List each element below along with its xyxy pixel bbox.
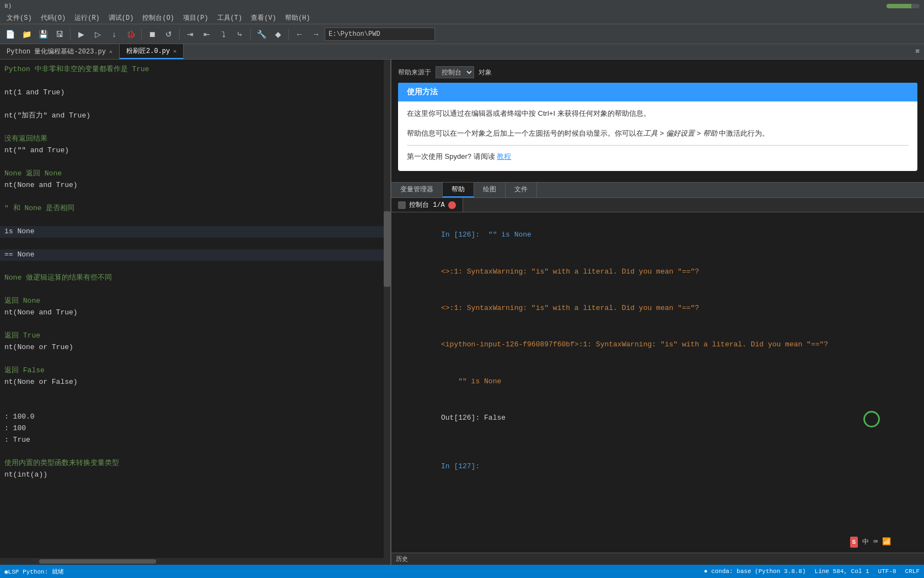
editor-hscrollbar[interactable]: › (0, 558, 390, 565)
console-icon (398, 201, 406, 209)
console-content[interactable]: In [126]: "" is None <>:1: SyntaxWarning… (391, 212, 924, 553)
toolbar-step-over[interactable]: ⤵ (216, 26, 231, 42)
title-bar: 8) (0, 0, 924, 12)
toolbar-run[interactable]: ▶ (73, 26, 89, 42)
editor-line-blank-1 (0, 76, 390, 87)
toolbar-forward[interactable]: → (308, 26, 324, 42)
menu-console[interactable]: 控制台(O) (138, 12, 179, 24)
console-line-blank (398, 436, 917, 448)
editor-line-4: 没有返回结果 (0, 133, 390, 145)
help-source-bar: 帮助来源于 控制台 对象 (398, 66, 917, 78)
editor-line-21: 使用内置的类型函数来转换变量类型 (0, 458, 390, 469)
console-history-label[interactable]: 历史 (396, 555, 408, 563)
menu-view[interactable]: 查看(V) (246, 12, 281, 24)
editor-line-15: nt(None or True) (0, 342, 390, 354)
toolbar-indent[interactable]: ⇥ (182, 26, 198, 42)
menu-help[interactable]: 帮助(H) (281, 12, 315, 24)
editor-vscrollbar[interactable] (384, 60, 390, 565)
keyboard-icon: ⌨ (873, 536, 878, 548)
bottom-right-icons: S 中 ⌨ 📶 (850, 536, 891, 548)
editor-line-blank-12 (0, 388, 390, 400)
toolbar-run-cell[interactable]: ▷ (90, 26, 105, 42)
editor-line-5: nt("" and True) (0, 145, 390, 157)
help-box-divider (407, 145, 909, 146)
toolbar-sep-1 (70, 29, 71, 40)
menu-tools[interactable]: 工具(T) (213, 12, 247, 24)
editor-line-blank-4 (0, 157, 390, 168)
console-tab-bar: 控制台 1/A (391, 198, 924, 212)
toolbar-debug[interactable]: 🐞 (123, 26, 138, 42)
toolbar-new-file[interactable]: 📄 (2, 26, 18, 42)
editor-line-blank-8 (0, 261, 390, 272)
editor-vscrollbar-thumb (384, 211, 390, 287)
lsp-status: ◉LSP Python: 就绪 (4, 568, 64, 576)
help-box-tutorial-link[interactable]: 教程 (497, 152, 511, 160)
tab-plots[interactable]: 绘图 (474, 183, 506, 197)
help-box: 使用方法 在这里你可以通过在编辑器或者终端中按 Ctrl+I 来获得任何对象的帮… (398, 83, 917, 171)
wifi-icon: 📶 (882, 536, 891, 548)
editor-hscrollbar-thumb (39, 559, 156, 564)
toolbar-open[interactable]: 📁 (19, 26, 34, 42)
console-line-5: "" is None (398, 363, 917, 400)
editor-line-14: 返回 True (0, 330, 390, 342)
menu-file[interactable]: 文件(S) (2, 12, 36, 24)
help-source-select[interactable]: 控制台 (436, 66, 474, 78)
toolbar-save-all[interactable]: 🖫 (52, 26, 67, 42)
toolbar-sep-4 (250, 29, 251, 40)
encoding: UTF-8 (878, 568, 896, 575)
tab-var-manager[interactable]: 变量管理器 (391, 183, 443, 197)
menu-project[interactable]: 项目(P) (179, 12, 213, 24)
editor-line-blank-3 (0, 122, 390, 133)
console-tab-close[interactable] (448, 201, 456, 209)
tab-files[interactable]: 文件 (506, 183, 537, 197)
toolbar-save[interactable]: 💾 (35, 26, 51, 42)
editor-line-9-hl: is None (0, 226, 390, 238)
toolbar-sep-5 (288, 29, 289, 40)
menu-code[interactable]: 代码(O) (36, 12, 71, 24)
toolbar-restart[interactable]: ↺ (161, 26, 176, 42)
toolbar-path: E:\Python\PWD (325, 28, 435, 41)
help-box-footer: 第一次使用 Spyder? 请阅读 教程 (407, 151, 909, 163)
right-panel: 帮助来源于 控制台 对象 使用方法 在这里你可以通过在编辑器或者终端中按 Ctr… (391, 60, 924, 565)
tab-close-main[interactable]: ✕ (109, 49, 112, 55)
right-bottom-tabs: 变量管理器 帮助 绘图 文件 (391, 183, 924, 198)
toolbar-diamond[interactable]: ◆ (270, 26, 286, 42)
progress-bar-inner (887, 4, 911, 8)
ime-indicator: 中 (862, 537, 869, 548)
console-tab-label: 控制台 1/A (409, 200, 445, 210)
help-panel: 帮助来源于 控制台 对象 使用方法 在这里你可以通过在编辑器或者终端中按 Ctr… (391, 60, 924, 183)
editor-line-19: : 100 (0, 423, 390, 435)
console-tab-1[interactable]: 控制台 1/A (391, 198, 463, 212)
menu-bar: 文件(S) 代码(O) 运行(R) 调试(D) 控制台(O) 项目(P) 工具(… (0, 12, 924, 24)
tab-main-py[interactable]: Python 量化编程基础-2023.py ✕ (0, 44, 120, 59)
editor-line-6: None 返回 None (0, 168, 390, 180)
editor-content[interactable]: Python 中非零和非空的变量都看作是 True nt(1 and True)… (0, 60, 390, 558)
editor-line-7: nt(None and True) (0, 180, 390, 191)
cursor-position: Line 584, Col 1 (815, 568, 869, 575)
toolbar-stop[interactable]: ⏹ (144, 26, 160, 42)
menu-run[interactable]: 运行(R) (70, 12, 104, 24)
editor-line-blank-7 (0, 238, 390, 249)
console-history-bar: 历史 (391, 553, 924, 565)
conda-status: ● conda: base (Python 3.8.8) (704, 568, 806, 575)
tab-menu-button[interactable]: ≡ (911, 44, 924, 59)
toolbar-sep-3 (179, 29, 180, 40)
toolbar-run-line[interactable]: ↓ (106, 26, 122, 42)
toolbar-outdent[interactable]: ⇤ (199, 26, 214, 42)
menu-debug[interactable]: 调试(D) (104, 12, 138, 24)
console-line-6: Out[126]: False (398, 400, 917, 436)
help-source-label: 帮助来源于 (398, 68, 431, 77)
toolbar-wrench[interactable]: 🔧 (254, 26, 269, 42)
tab-close-brush[interactable]: ✕ (173, 48, 176, 55)
toolbar-sep-2 (141, 29, 142, 40)
toolbar-step-into[interactable]: ⤷ (232, 26, 248, 42)
console-line-3: <>:1: SyntaxWarning: "is" with a literal… (398, 290, 917, 327)
tab-brush-py[interactable]: 粉刷匠2.0.py ✕ (120, 44, 184, 59)
progress-bar (887, 4, 920, 8)
tab-help[interactable]: 帮助 (443, 183, 474, 197)
editor-line-3: nt("加百力" and True) (0, 110, 390, 122)
status-bar: ◉LSP Python: 就绪 ● conda: base (Python 3.… (0, 565, 924, 578)
editor-line-blank-2 (0, 99, 390, 110)
editor-line-17: nt(None or False) (0, 377, 390, 388)
toolbar-back[interactable]: ← (292, 26, 307, 42)
